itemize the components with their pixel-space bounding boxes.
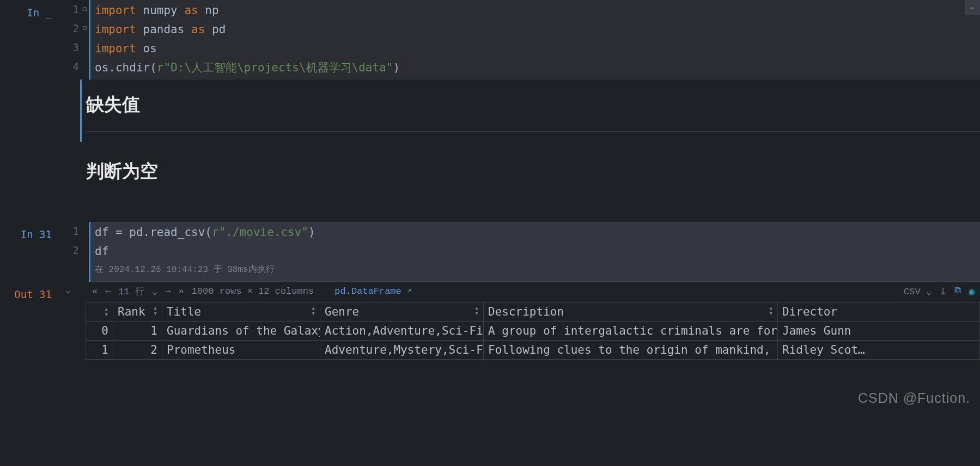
line-gutter: 1 2 3 4 [57, 0, 82, 76]
cell-description: Following clues to the origin of mankind… [484, 341, 778, 360]
nav-last-icon[interactable]: » [178, 286, 184, 296]
sort-icon[interactable]: ▴▾ [153, 305, 157, 316]
dataframe-type-link[interactable]: pd.DataFrame ↗ [334, 286, 411, 296]
col-header-title[interactable]: Title▴▾ [162, 302, 320, 322]
fold-column[interactable]: ⊟ ⊟ [82, 0, 89, 38]
col-header-genre[interactable]: Genre▴▾ [320, 302, 484, 322]
nav-prev-icon[interactable]: ← [105, 286, 111, 296]
col-header-rank[interactable]: Rank▴▾ [113, 302, 162, 322]
fold-column [82, 222, 89, 260]
output-collapse-toggle[interactable]: ⌄ [57, 282, 79, 295]
sort-icon[interactable]: ▴▾ [474, 305, 479, 316]
fold-icon[interactable]: ⊟ [82, 0, 89, 19]
cell-director: Ridley Scot… [778, 341, 980, 360]
col-header-index[interactable]: ▴▾ [86, 302, 113, 322]
cell-index: 1 [86, 341, 113, 360]
cell-director: James Gunn [778, 322, 980, 341]
cell-description: A group of intergalactic criminals are f… [484, 322, 778, 341]
rows-columns-info: 1000 rows × 12 columns [192, 286, 314, 296]
eye-icon[interactable]: ◉ [969, 286, 975, 298]
nav-next-icon[interactable]: → [165, 286, 171, 296]
nav-first-icon[interactable]: « [92, 286, 98, 296]
external-link-icon: ↗ [407, 286, 411, 295]
table-header-row: ▴▾ Rank▴▾ Title▴▾ Genre▴▾ Description▴▾ … [86, 302, 980, 322]
cell-title: Prometheus [162, 341, 320, 360]
cell-index: 0 [86, 322, 113, 341]
page-rows-label: 11 行 [118, 285, 144, 298]
cell-genre: Action,Adventure,Sci-Fi [320, 322, 484, 341]
fold-icon[interactable]: ⊟ [82, 19, 89, 38]
cell-title: Guardians of the Galaxy [162, 322, 320, 341]
code-cell-2[interactable]: In 31 1 2 df = pd.read_csv(r"./movie.csv… [0, 222, 980, 282]
dataframe-table[interactable]: ▴▾ Rank▴▾ Title▴▾ Genre▴▾ Description▴▾ … [86, 302, 980, 360]
line-gutter: 1 2 [57, 222, 82, 273]
exec-timestamp: 在 2024.12.26 10:44:23 于 38ms内执行 [95, 261, 976, 280]
col-header-description[interactable]: Description▴▾ [484, 302, 778, 322]
cell-rank: 1 [113, 322, 162, 341]
dataframe-toolbar: « ← 11 行 ⌄ → » 1000 rows × 12 columns pd… [86, 282, 980, 302]
in-prompt-2: In 31 [0, 222, 57, 244]
divider [86, 131, 980, 132]
table-row[interactable]: 0 1 Guardians of the Galaxy Action,Adven… [86, 322, 980, 341]
cell-genre: Adventure,Mystery,Sci-Fi [320, 341, 484, 360]
watermark: CSDN @Fuction. [858, 390, 970, 406]
cell-rank: 2 [113, 341, 162, 360]
output-cell: Out 31 ⌄ « ← 11 行 ⌄ → » 1000 rows × 12 c… [0, 282, 980, 360]
chevron-down-icon: ⌄ [65, 286, 70, 295]
sort-icon[interactable]: ▴▾ [104, 306, 108, 317]
heading-check-empty: 判断为空 [86, 159, 980, 184]
out-prompt: Out 31 [0, 282, 57, 304]
table-row[interactable]: 1 2 Prometheus Adventure,Mystery,Sci-Fi … [86, 341, 980, 360]
chevron-down-icon: ⌄ [926, 287, 932, 297]
markdown-cell-2[interactable]: 判断为空 [0, 142, 980, 222]
chevron-down-icon[interactable]: ⌄ [152, 286, 157, 297]
download-icon[interactable]: ⤓ [939, 286, 947, 297]
heading-missing-values: 缺失值 [86, 93, 980, 117]
code-editor-1[interactable]: import numpy as np import pandas as pd i… [89, 0, 980, 80]
sort-icon[interactable]: ▴▾ [769, 305, 773, 316]
export-csv-button[interactable]: CSV ⌄ [904, 286, 932, 297]
sort-icon[interactable]: ▴▾ [311, 305, 315, 316]
markdown-cell-1[interactable]: 缺失值 [0, 80, 980, 142]
in-prompt-1: In _ [0, 0, 57, 22]
panel-toggle-button[interactable]: ⋯ [965, 0, 980, 15]
code-cell-1[interactable]: In _ 1 2 3 4 ⊟ ⊟ import numpy as np impo… [0, 0, 980, 80]
col-header-director[interactable]: Director [778, 302, 980, 322]
code-editor-2[interactable]: df = pd.read_csv(r"./movie.csv") df 在 20… [89, 222, 980, 282]
open-new-window-icon[interactable]: ⧉ [954, 285, 961, 296]
